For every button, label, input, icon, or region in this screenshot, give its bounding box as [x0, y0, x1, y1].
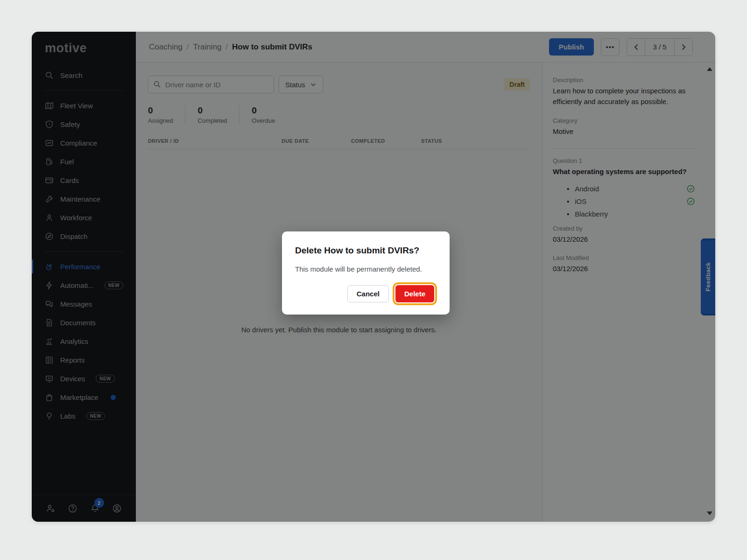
cancel-button[interactable]: Cancel [347, 285, 389, 302]
modal-body-text: This module will be permanently deleted. [295, 265, 437, 273]
delete-button[interactable]: Delete [395, 285, 434, 302]
delete-confirmation-modal: Delete How to submit DVIRs? This module … [282, 231, 450, 315]
desktop-background: motive Search Fleet View Safety Comp [0, 0, 747, 560]
modal-actions: Cancel Delete [295, 285, 437, 302]
modal-title: Delete How to submit DVIRs? [295, 245, 437, 256]
app-window: motive Search Fleet View Safety Comp [32, 32, 715, 522]
